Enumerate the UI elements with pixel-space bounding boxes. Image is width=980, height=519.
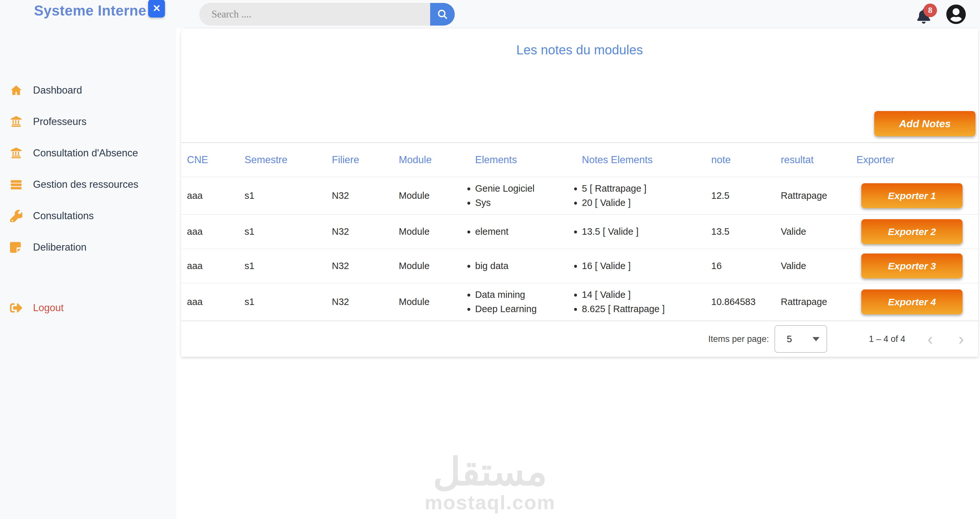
search-group [199,3,455,26]
note-element-item: 5 [ Rattrapage ] [582,182,711,196]
notes-table: CNE Semestre Filiere Module Elements Not… [181,142,978,321]
page: Systeme Interne ✕ Dashboard Professeurs … [0,0,980,519]
logout-icon [9,301,23,315]
content-card: Les notes du modules Add Notes CNE Semes… [181,29,978,357]
cell-filiere: N32 [332,297,399,307]
paginator: Items per page: 5 1 – 4 of 4 ‹ › [181,321,978,357]
watermark-domain: mostaql.com [425,491,555,514]
col-header-cne: CNE [187,154,245,166]
sidebar-item-consultation-d-absence[interactable]: Consultation d'Absence [0,137,176,169]
sidebar-item-label: Consultation d'Absence [33,147,138,159]
sidebar-item-label: Logout [33,302,64,314]
cell-resultat: Rattrapage [781,297,856,307]
close-icon[interactable]: ✕ [148,0,165,18]
cell-cne: aaa [187,190,245,201]
exporter-button[interactable]: Exporter 1 [861,183,963,208]
sidebar-item-label: Dashboard [33,85,82,96]
cell-elements: element [475,225,582,239]
search-button[interactable] [430,3,455,26]
exporter-button[interactable]: Exporter 3 [861,254,963,278]
cell-semestre: s1 [245,226,332,237]
sidebar: Systeme Interne ✕ Dashboard Professeurs … [0,0,176,519]
cell-module: Module [399,260,475,271]
cell-cne: aaa [187,260,245,271]
chevron-down-icon [813,337,819,341]
sidebar-item-gestion-des-ressources[interactable]: Gestion des ressources [0,169,176,200]
element-item: Deep Learning [475,302,582,316]
home-icon [9,83,23,97]
cell-module: Module [399,297,475,307]
col-header-note: note [711,154,781,166]
element-item: Sys [475,196,582,210]
next-page-button[interactable]: › [954,329,968,349]
cell-exporter: Exporter 4 [856,289,978,315]
cell-resultat: Valide [781,260,856,271]
wrench-icon [9,209,23,223]
cell-exporter: Exporter 2 [856,219,978,244]
col-header-semestre: Semestre [245,154,332,166]
notifications-button[interactable]: 8 [915,3,932,26]
sidebar-item-logout[interactable]: Logout [0,292,176,323]
search-input[interactable] [199,3,430,26]
cell-semestre: s1 [245,190,332,201]
watermark: مستقل mostaql.com [425,452,555,514]
cell-notes-elements: 5 [ Rattrapage ]20 [ Valide ] [582,182,711,210]
col-header-resultat: resultat [781,154,856,166]
cell-module: Module [399,190,475,201]
table-row: aaa s1 N32 Module element 13.5 [ Valide … [181,215,978,249]
cell-filiere: N32 [332,260,399,271]
sidebar-item-professeurs[interactable]: Professeurs [0,106,176,137]
sidebar-item-dashboard[interactable]: Dashboard [0,75,176,106]
user-icon [946,4,966,24]
cell-note: 13.5 [711,226,781,237]
watermark-arabic: مستقل [425,452,555,492]
cell-notes-elements: 13.5 [ Valide ] [582,225,711,239]
cell-filiere: N32 [332,226,399,237]
cell-elements: big data [475,259,582,273]
bank-icon [9,115,23,129]
topbar: 8 [176,0,980,29]
element-item: Data mining [475,288,582,302]
search-icon [437,8,448,20]
cell-exporter: Exporter 3 [856,254,978,278]
cell-note: 12.5 [711,190,781,201]
sidebar-item-deliberation[interactable]: Deliberation [0,232,176,263]
note-element-item: 20 [ Valide ] [582,196,711,210]
items-per-page-value: 5 [787,334,813,345]
col-header-filiere: Filiere [332,154,399,166]
add-notes-button[interactable]: Add Notes [874,111,975,136]
sidebar-item-consultations[interactable]: Consultations [0,200,176,232]
cell-module: Module [399,226,475,237]
cell-semestre: s1 [245,260,332,271]
element-item: big data [475,259,582,273]
page-title: Les notes du modules [181,43,978,57]
logo: Systeme Interne ✕ [34,3,165,19]
app-title: Systeme Interne [34,3,146,19]
notification-badge: 8 [923,3,937,17]
sidebar-item-label: Professeurs [33,116,86,128]
items-per-page-label: Items per page: [708,334,769,344]
previous-page-button[interactable]: ‹ [923,329,937,349]
cell-elements: Data miningDeep Learning [475,288,582,316]
cell-semestre: s1 [245,297,332,307]
cell-note: 16 [711,260,781,271]
topbar-actions: 8 [915,0,966,29]
col-header-exporter: Exporter [856,154,978,166]
cell-elements: Genie LogicielSys [475,182,582,210]
avatar[interactable] [946,4,966,24]
sidebar-item-label: Consultations [33,210,94,222]
element-item: Genie Logiciel [475,182,582,196]
exporter-button[interactable]: Exporter 4 [861,289,963,315]
note-element-item: 13.5 [ Valide ] [582,225,711,239]
note-element-item: 14 [ Valide ] [582,288,711,302]
element-item: element [475,225,582,239]
table-row: aaa s1 N32 Module Genie LogicielSys 5 [ … [181,177,978,215]
col-header-elements: Elements [475,154,582,166]
sidebar-item-label: Gestion des ressources [33,179,138,190]
sidebar-nav: Dashboard Professeurs Consultation d'Abs… [0,75,176,323]
cell-cne: aaa [187,226,245,237]
table-header-row: CNE Semestre Filiere Module Elements Not… [181,142,978,177]
note-element-item: 8.625 [ Rattrapage ] [582,302,711,316]
exporter-button[interactable]: Exporter 2 [861,219,963,244]
items-per-page-select[interactable]: 5 [775,326,827,353]
